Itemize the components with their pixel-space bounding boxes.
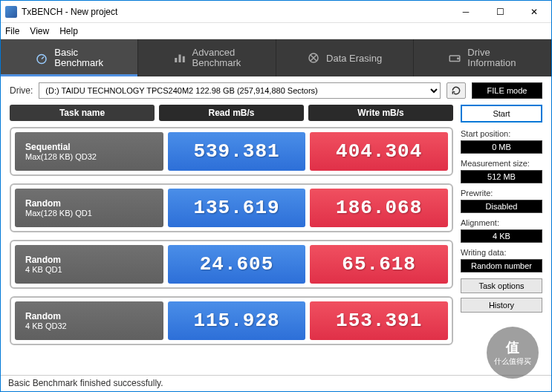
writing-data-value[interactable]: Random number [461,259,542,272]
read-value[interactable]: 115.928 [168,301,306,340]
statusbar: Basic Benchmark finished successfully. [1,375,551,391]
bars-icon [173,51,186,65]
start-position-value[interactable]: 0 MB [461,140,542,154]
menu-help[interactable]: Help [59,26,78,36]
drive-label: Drive: [10,85,33,96]
header-read: Read mB/s [159,105,304,121]
result-row: SequentialMax(128 KB) QD32 539.381 404.3… [10,127,453,176]
read-value[interactable]: 539.381 [168,132,306,171]
prewrite-value[interactable]: Disabled [461,200,542,213]
menu-file[interactable]: File [5,26,19,36]
result-row: RandomMax(128 KB) QD1 135.619 186.068 [10,183,453,232]
refresh-icon [451,85,461,96]
menubar: File View Help [1,23,551,39]
tab-basic-benchmark[interactable]: Basic Benchmark [1,39,138,76]
write-value[interactable]: 153.391 [310,301,448,340]
write-value[interactable]: 186.068 [310,189,448,227]
app-window: TxBENCH - New project ─ ☐ ✕ File View He… [0,0,552,392]
result-row: Random4 KB QD1 24.605 65.618 [10,240,453,289]
drive-icon [448,51,461,65]
svg-point-6 [458,58,459,59]
app-icon [5,6,17,18]
drive-select[interactable]: (D:) TAIDU TECHNOLOGY TPCS240M2 122.98 G… [39,82,441,99]
svg-rect-1 [175,58,177,62]
alignment-value[interactable]: 4 KB [461,229,542,243]
tab-drive-information[interactable]: Drive Information [414,39,551,76]
write-value[interactable]: 65.618 [310,245,448,284]
tab-advanced-benchmark[interactable]: Advanced Benchmark [138,39,276,76]
main-area: Task name Read mB/s Write mB/s Sequentia… [1,105,551,375]
window-title: TxBENCH - New project [22,7,449,17]
drive-row: Drive: (D:) TAIDU TECHNOLOGY TPCS240M2 1… [1,76,551,105]
toolbar: Basic Benchmark Advanced Benchmark Data … [1,39,551,76]
header-write: Write mB/s [308,105,453,121]
close-button[interactable]: ✕ [517,1,551,23]
start-button[interactable]: Start [461,105,542,122]
task-cell[interactable]: RandomMax(128 KB) QD1 [15,189,163,227]
result-row: Random4 KB QD32 115.928 153.391 [10,296,453,345]
prewrite-label: Prewrite: [461,189,542,197]
window-controls: ─ ☐ ✕ [449,1,551,23]
titlebar: TxBENCH - New project ─ ☐ ✕ [1,1,551,23]
task-cell[interactable]: SequentialMax(128 KB) QD32 [15,132,163,171]
measurement-size-label: Measurement size: [461,159,542,168]
tab-data-erasing[interactable]: Data Erasing [276,39,414,76]
alignment-label: Alignment: [461,218,542,227]
read-value[interactable]: 135.619 [168,189,306,227]
task-cell[interactable]: Random4 KB QD32 [15,301,163,340]
read-value[interactable]: 24.605 [168,245,306,284]
minimize-button[interactable]: ─ [449,1,483,23]
history-button[interactable]: History [461,298,542,313]
erase-icon [307,51,320,65]
task-cell[interactable]: Random4 KB QD1 [15,245,163,284]
task-options-button[interactable]: Task options [461,278,542,293]
watermark: 值 什么值得买 [487,327,539,379]
refresh-button[interactable] [447,82,466,99]
svg-rect-3 [182,56,184,62]
gauge-icon [35,51,48,65]
maximize-button[interactable]: ☐ [483,1,517,23]
header-task: Task name [10,105,155,121]
svg-rect-2 [178,55,181,63]
writing-data-label: Writing data: [461,248,542,257]
results-column: Task name Read mB/s Write mB/s Sequentia… [10,105,453,370]
results-header: Task name Read mB/s Write mB/s [10,105,453,121]
file-mode-button[interactable]: FILE mode [472,82,542,99]
measurement-size-value[interactable]: 512 MB [461,170,542,183]
write-value[interactable]: 404.304 [310,132,448,171]
menu-view[interactable]: View [30,26,49,36]
start-position-label: Start position: [461,129,542,138]
